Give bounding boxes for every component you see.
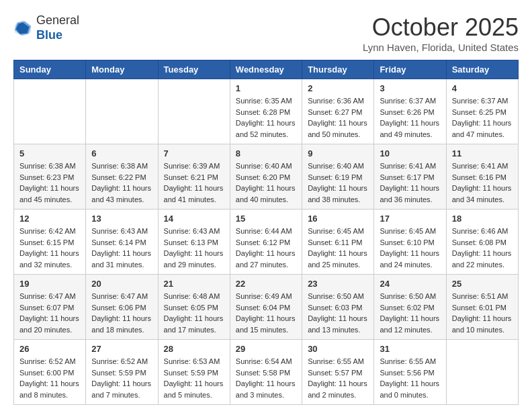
day-number: 28 <box>164 344 224 354</box>
day-header-wednesday: Wednesday <box>230 60 302 79</box>
calendar-cell: 22Sunrise: 6:49 AM Sunset: 6:04 PM Dayli… <box>230 275 302 340</box>
day-info: Sunrise: 6:42 AM Sunset: 6:15 PM Dayligh… <box>19 226 80 270</box>
day-info: Sunrise: 6:55 AM Sunset: 5:57 PM Dayligh… <box>308 356 368 400</box>
day-info: Sunrise: 6:51 AM Sunset: 6:01 PM Dayligh… <box>452 291 513 335</box>
day-info: Sunrise: 6:50 AM Sunset: 6:02 PM Dayligh… <box>380 291 440 335</box>
month-title: October 2025 <box>363 13 519 42</box>
day-header-thursday: Thursday <box>302 60 374 79</box>
day-info: Sunrise: 6:45 AM Sunset: 6:11 PM Dayligh… <box>308 226 368 270</box>
calendar-cell <box>158 79 230 144</box>
calendar-cell: 24Sunrise: 6:50 AM Sunset: 6:02 PM Dayli… <box>374 275 446 340</box>
calendar-cell: 17Sunrise: 6:45 AM Sunset: 6:10 PM Dayli… <box>374 210 446 275</box>
day-info: Sunrise: 6:54 AM Sunset: 5:58 PM Dayligh… <box>236 356 296 400</box>
day-number: 10 <box>380 148 440 158</box>
calendar-cell <box>86 79 158 144</box>
day-number: 1 <box>236 83 296 93</box>
calendar-cell <box>14 79 86 144</box>
calendar-cell: 28Sunrise: 6:53 AM Sunset: 5:59 PM Dayli… <box>158 340 230 405</box>
day-info: Sunrise: 6:38 AM Sunset: 6:22 PM Dayligh… <box>91 161 152 205</box>
day-info: Sunrise: 6:49 AM Sunset: 6:04 PM Dayligh… <box>236 291 296 335</box>
calendar-cell: 21Sunrise: 6:48 AM Sunset: 6:05 PM Dayli… <box>158 275 230 340</box>
logo: General Blue <box>13 13 79 42</box>
day-info: Sunrise: 6:43 AM Sunset: 6:13 PM Dayligh… <box>164 226 224 270</box>
day-number: 29 <box>236 344 296 354</box>
location-subtitle: Lynn Haven, Florida, United States <box>363 42 519 53</box>
calendar-cell: 29Sunrise: 6:54 AM Sunset: 5:58 PM Dayli… <box>230 340 302 405</box>
day-info: Sunrise: 6:38 AM Sunset: 6:23 PM Dayligh… <box>19 161 80 205</box>
calendar-header-row: SundayMondayTuesdayWednesdayThursdayFrid… <box>14 60 519 79</box>
day-number: 7 <box>164 148 224 158</box>
calendar-cell: 5Sunrise: 6:38 AM Sunset: 6:23 PM Daylig… <box>14 144 86 210</box>
day-number: 8 <box>236 148 296 158</box>
day-info: Sunrise: 6:41 AM Sunset: 6:17 PM Dayligh… <box>380 161 440 205</box>
day-number: 12 <box>19 214 80 224</box>
calendar-cell: 12Sunrise: 6:42 AM Sunset: 6:15 PM Dayli… <box>14 210 86 275</box>
calendar-cell: 8Sunrise: 6:40 AM Sunset: 6:20 PM Daylig… <box>230 144 302 210</box>
day-info: Sunrise: 6:45 AM Sunset: 6:10 PM Dayligh… <box>380 226 440 270</box>
calendar-cell: 4Sunrise: 6:37 AM Sunset: 6:25 PM Daylig… <box>446 79 518 144</box>
title-block: October 2025 Lynn Haven, Florida, United… <box>363 13 519 53</box>
day-number: 25 <box>452 279 513 289</box>
day-number: 9 <box>308 148 368 158</box>
calendar-cell: 3Sunrise: 6:37 AM Sunset: 6:26 PM Daylig… <box>374 79 446 144</box>
calendar-cell: 31Sunrise: 6:55 AM Sunset: 5:56 PM Dayli… <box>374 340 446 405</box>
calendar-week-4: 19Sunrise: 6:47 AM Sunset: 6:07 PM Dayli… <box>14 275 519 340</box>
logo-text: General Blue <box>36 13 79 42</box>
day-header-monday: Monday <box>86 60 158 79</box>
calendar-table: SundayMondayTuesdayWednesdayThursdayFrid… <box>13 60 519 405</box>
day-info: Sunrise: 6:40 AM Sunset: 6:19 PM Dayligh… <box>308 161 368 205</box>
day-number: 14 <box>164 214 224 224</box>
day-number: 6 <box>91 148 152 158</box>
calendar-cell: 10Sunrise: 6:41 AM Sunset: 6:17 PM Dayli… <box>374 144 446 210</box>
day-info: Sunrise: 6:40 AM Sunset: 6:20 PM Dayligh… <box>236 161 296 205</box>
day-number: 2 <box>308 83 368 93</box>
day-header-saturday: Saturday <box>446 60 518 79</box>
day-info: Sunrise: 6:37 AM Sunset: 6:26 PM Dayligh… <box>380 95 440 140</box>
day-info: Sunrise: 6:52 AM Sunset: 6:00 PM Dayligh… <box>19 356 80 400</box>
calendar-cell: 26Sunrise: 6:52 AM Sunset: 6:00 PM Dayli… <box>14 340 86 405</box>
calendar-cell: 6Sunrise: 6:38 AM Sunset: 6:22 PM Daylig… <box>86 144 158 210</box>
day-info: Sunrise: 6:48 AM Sunset: 6:05 PM Dayligh… <box>164 291 224 335</box>
calendar-cell: 20Sunrise: 6:47 AM Sunset: 6:06 PM Dayli… <box>86 275 158 340</box>
day-number: 30 <box>308 344 368 354</box>
calendar-week-5: 26Sunrise: 6:52 AM Sunset: 6:00 PM Dayli… <box>14 340 519 405</box>
day-number: 3 <box>380 83 440 93</box>
day-number: 19 <box>19 279 80 289</box>
day-number: 31 <box>380 344 440 354</box>
day-number: 23 <box>308 279 368 289</box>
calendar-cell: 1Sunrise: 6:35 AM Sunset: 6:28 PM Daylig… <box>230 79 302 144</box>
day-number: 22 <box>236 279 296 289</box>
day-number: 13 <box>91 214 152 224</box>
day-number: 11 <box>452 148 513 158</box>
logo-icon <box>13 19 32 38</box>
day-info: Sunrise: 6:53 AM Sunset: 5:59 PM Dayligh… <box>164 356 224 400</box>
day-number: 16 <box>308 214 368 224</box>
calendar-cell: 30Sunrise: 6:55 AM Sunset: 5:57 PM Dayli… <box>302 340 374 405</box>
day-number: 27 <box>91 344 152 354</box>
day-info: Sunrise: 6:41 AM Sunset: 6:16 PM Dayligh… <box>452 161 513 205</box>
day-info: Sunrise: 6:50 AM Sunset: 6:03 PM Dayligh… <box>308 291 368 335</box>
day-info: Sunrise: 6:35 AM Sunset: 6:28 PM Dayligh… <box>236 95 296 140</box>
day-header-tuesday: Tuesday <box>158 60 230 79</box>
calendar-cell: 9Sunrise: 6:40 AM Sunset: 6:19 PM Daylig… <box>302 144 374 210</box>
calendar-cell: 13Sunrise: 6:43 AM Sunset: 6:14 PM Dayli… <box>86 210 158 275</box>
calendar-week-3: 12Sunrise: 6:42 AM Sunset: 6:15 PM Dayli… <box>14 210 519 275</box>
calendar-cell: 23Sunrise: 6:50 AM Sunset: 6:03 PM Dayli… <box>302 275 374 340</box>
day-number: 24 <box>380 279 440 289</box>
day-number: 4 <box>452 83 513 93</box>
calendar-week-1: 1Sunrise: 6:35 AM Sunset: 6:28 PM Daylig… <box>14 79 519 144</box>
day-info: Sunrise: 6:52 AM Sunset: 5:59 PM Dayligh… <box>91 356 152 400</box>
calendar-cell: 27Sunrise: 6:52 AM Sunset: 5:59 PM Dayli… <box>86 340 158 405</box>
calendar-week-2: 5Sunrise: 6:38 AM Sunset: 6:23 PM Daylig… <box>14 144 519 210</box>
day-info: Sunrise: 6:46 AM Sunset: 6:08 PM Dayligh… <box>452 226 513 270</box>
calendar-cell: 7Sunrise: 6:39 AM Sunset: 6:21 PM Daylig… <box>158 144 230 210</box>
page-header: General Blue October 2025 Lynn Haven, Fl… <box>13 13 519 53</box>
calendar-cell: 15Sunrise: 6:44 AM Sunset: 6:12 PM Dayli… <box>230 210 302 275</box>
day-number: 18 <box>452 214 513 224</box>
calendar-cell: 2Sunrise: 6:36 AM Sunset: 6:27 PM Daylig… <box>302 79 374 144</box>
calendar-cell: 16Sunrise: 6:45 AM Sunset: 6:11 PM Dayli… <box>302 210 374 275</box>
calendar-cell: 18Sunrise: 6:46 AM Sunset: 6:08 PM Dayli… <box>446 210 518 275</box>
day-number: 21 <box>164 279 224 289</box>
day-info: Sunrise: 6:36 AM Sunset: 6:27 PM Dayligh… <box>308 95 368 140</box>
day-number: 15 <box>236 214 296 224</box>
